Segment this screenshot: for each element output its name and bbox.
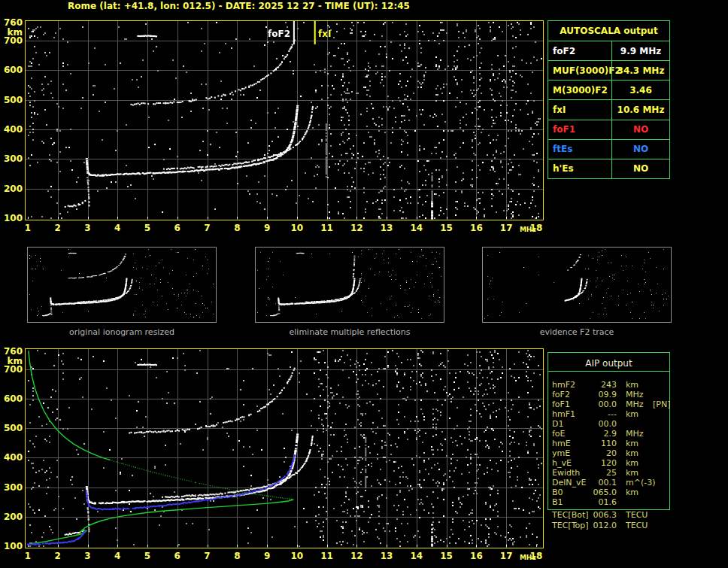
aip-row-label: DelN_vE [552, 478, 586, 488]
x-tick-label: 9 [264, 551, 270, 561]
processing-panel-no-multiples-canvas [255, 247, 444, 323]
x-tick-label: 17 [500, 551, 513, 561]
x-tick-label: 15 [440, 223, 453, 233]
y-tick-label: 100 [0, 213, 23, 223]
x-tick-label: 14 [411, 551, 423, 561]
y-axis-unit-label: km [0, 356, 23, 366]
x-tick-label: 3 [84, 551, 90, 561]
aip-row-label: hmF2 [552, 380, 575, 390]
x-tick-label: 6 [174, 551, 180, 561]
aip-table-row: h_vE120km [552, 458, 672, 468]
x-tick-label: 7 [204, 551, 210, 561]
aip-table-row: foF100.0MHz[PN] [552, 399, 672, 409]
aip-row-label: foF1 [552, 399, 570, 409]
y-axis-unit-label: km [0, 27, 23, 38]
aip-row-label: foE [552, 429, 566, 439]
aip-row-value: 00.0 [585, 399, 617, 409]
x-tick-label: 8 [234, 551, 240, 561]
x-tick-label: 13 [381, 223, 393, 233]
aip-row-value: 012.0 [585, 521, 617, 530]
aip-row-unit: MHz [626, 390, 644, 399]
autoscala-row-label: fxI [548, 99, 611, 119]
aip-table-row: TEC[Bot]006.3TECU [552, 510, 672, 520]
autoscala-row-label: foF1 [548, 120, 611, 139]
fxi-marker-label: fxI [318, 29, 331, 39]
autoscala-output-table: AUTOSCALA output foF29.9 MHzMUF(3000)F23… [548, 20, 670, 179]
panel-caption-original: original ionogram resized [27, 327, 217, 337]
aip-table-row: hmE110km [552, 439, 672, 448]
y-tick-label: 500 [0, 95, 23, 105]
y-tick-label: 200 [0, 512, 23, 522]
y-tick-label: 760 [0, 346, 23, 357]
x-tick-label: 4 [114, 223, 120, 233]
aip-row-value: 09.9 [585, 390, 617, 399]
aip-row-unit: km [626, 439, 639, 448]
fof2-marker-label: foF2 [262, 29, 290, 39]
aip-row-unit: km [626, 458, 639, 468]
y-tick-label: 400 [0, 452, 23, 463]
aip-table-row: Ewidth25km [552, 468, 672, 478]
x-tick-label: 12 [350, 223, 363, 233]
x-tick-label: 3 [84, 223, 90, 233]
autoscala-row-label: M(3000)F2 [548, 80, 611, 99]
aip-row-label: B0 [552, 488, 563, 497]
aip-row-label: hmF1 [552, 409, 575, 419]
x-tick-label: 10 [290, 551, 303, 561]
panel-caption-f2-evidence: evidence F2 trace [482, 327, 672, 337]
aip-panel-title: AIP output [548, 358, 670, 369]
y-tick-label: 200 [0, 184, 23, 194]
main-ionogram-canvas [25, 20, 544, 220]
aip-table-row: D100.0 [552, 419, 672, 429]
aip-row-unit: MHz [626, 399, 644, 409]
aip-table-row: B101.6 [552, 497, 672, 507]
autoscala-row-value: 34.3 MHz [611, 60, 669, 80]
aip-table-row: foE2.9MHz [552, 429, 672, 439]
aip-row-unit: MHz [626, 429, 644, 439]
aip-table-row: ymE20km [552, 448, 672, 458]
aip-row-value: 2.9 [585, 429, 617, 439]
processing-panel-original-canvas [27, 247, 217, 323]
x-tick-label: 10 [290, 223, 303, 233]
aip-row-value: 006.3 [585, 510, 617, 520]
autoscala-row-label: foF2 [548, 41, 611, 60]
y-tick-label: 400 [0, 124, 23, 135]
y-tick-label: 300 [0, 482, 23, 493]
x-axis-unit-label: MHz [520, 554, 536, 561]
aip-table-row: DelN_vE00.1m^(-3) [552, 478, 672, 488]
aip-row-label: h_vE [552, 458, 572, 468]
autoscala-table-title: AUTOSCALA output [548, 21, 669, 41]
aip-row-unit: km [626, 448, 639, 458]
processing-panel-f2-evidence-canvas [482, 247, 672, 323]
aip-table-row: B0065.0km [552, 488, 672, 497]
autoscala-row-value: 10.6 MHz [611, 99, 669, 119]
x-tick-label: 11 [320, 223, 333, 233]
autoscala-row-value: 9.9 MHz [611, 41, 669, 60]
aip-output-panel: AIP output hmF2243kmfoF209.9MHzfoF100.0M… [548, 352, 675, 533]
x-tick-label: 12 [350, 551, 363, 561]
aip-row-value: 00.1 [585, 478, 617, 488]
autoscala-row-label: h'Es [548, 159, 611, 178]
aip-row-value: 120 [585, 458, 617, 468]
x-tick-label: 2 [55, 223, 61, 233]
aip-row-unit: TECU [626, 521, 648, 530]
aip-row-value: 110 [585, 439, 617, 448]
aip-row-label: TEC[Top] [552, 521, 589, 530]
x-tick-label: 15 [440, 551, 453, 561]
aip-row-value: 25 [585, 468, 617, 478]
autoscala-row-value: NO [611, 120, 669, 139]
y-tick-label: 500 [0, 423, 23, 433]
aip-row-label: TEC[Bot] [552, 510, 589, 520]
aip-row-label: D1 [552, 419, 563, 429]
panel-caption-no-multiples: eliminate multiple reflections [255, 327, 444, 337]
aip-row-value: 243 [585, 380, 617, 390]
x-tick-label: 1 [25, 223, 31, 233]
x-axis-unit-label: MHz [520, 226, 536, 233]
x-tick-label: 17 [500, 223, 513, 233]
aip-table-row: hmF2243km [552, 380, 672, 390]
x-tick-label: 5 [144, 223, 150, 233]
aip-row-value: 01.6 [585, 497, 617, 507]
x-tick-label: 4 [114, 551, 120, 561]
x-tick-label: 5 [144, 551, 150, 561]
aip-row-label: B1 [552, 497, 563, 507]
page-title: Rome (lat: +41.8, lon: 012.5) - DATE: 20… [68, 1, 410, 11]
